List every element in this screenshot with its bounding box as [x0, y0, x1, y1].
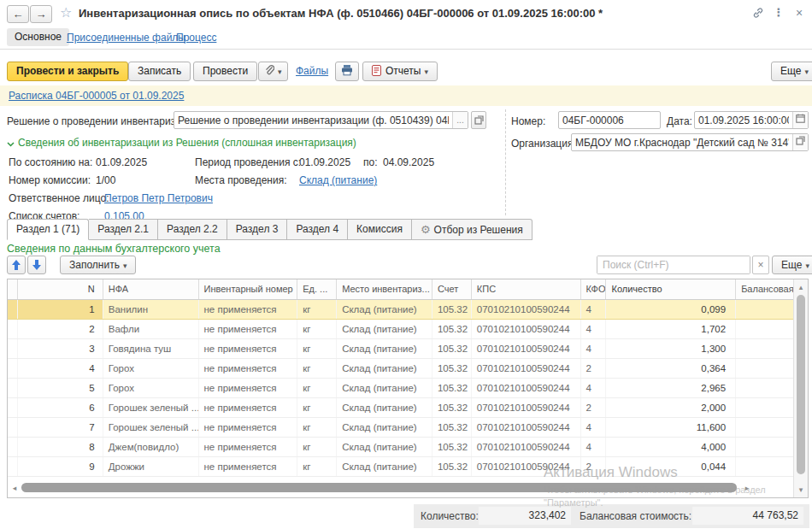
organization-open-button[interactable]	[792, 134, 808, 150]
cell-nfa[interactable]: Дрожжи	[103, 457, 199, 476]
column-header-account[interactable]: Счет	[432, 279, 472, 299]
cell-inv[interactable]: не применяется	[199, 359, 298, 378]
scroll-left-icon[interactable]: ◂	[9, 483, 20, 493]
cell-nfa[interactable]: Джем(повидло)	[103, 438, 199, 456]
choose-ellipsis-button[interactable]: ...	[452, 112, 468, 128]
cell-qty[interactable]: 0,099	[606, 300, 736, 319]
cell-kps[interactable]: 07010210100590244	[472, 418, 581, 437]
column-header-quantity[interactable]: Количество	[606, 279, 736, 299]
column-header-n[interactable]: N	[18, 279, 103, 299]
table-row[interactable]: 7Горошек зеленый ...не применяетсякгСкла…	[8, 418, 793, 438]
scroll-down-icon[interactable]: ▾	[794, 484, 808, 496]
cell-unit[interactable]: кг	[297, 457, 337, 476]
cell-n[interactable]: 5	[18, 379, 103, 397]
save-button[interactable]: Записать	[128, 62, 191, 81]
cell-nfa[interactable]: Вафли	[103, 320, 199, 338]
fill-button[interactable]: Заполнить▾	[60, 256, 136, 274]
column-header-unit[interactable]: Ед. ...	[297, 279, 337, 299]
receipt-link[interactable]: Расписка 04БГ-000005 от 01.09.2025	[9, 90, 184, 102]
cell-unit[interactable]: кг	[297, 438, 337, 456]
cell-balance[interactable]	[736, 418, 793, 437]
post-button[interactable]: Провести	[193, 62, 257, 81]
cell-kps[interactable]: 07010210100590244	[472, 379, 581, 397]
tab-4[interactable]: Раздел 3	[227, 219, 288, 240]
responsible-link[interactable]: Петров Петр Петрович	[104, 192, 213, 204]
cell-place[interactable]: Склад (питание)	[337, 379, 432, 397]
cell-qty[interactable]: 2,000	[606, 398, 736, 417]
tab-5[interactable]: Раздел 4	[287, 219, 348, 240]
post-and-close-button[interactable]: Провести и закрыть	[7, 62, 128, 81]
scroll-right-icon[interactable]: ▸	[742, 483, 752, 493]
cell-n[interactable]: 4	[18, 359, 103, 378]
nav-item-process[interactable]: Процесс	[176, 32, 216, 44]
tab-7[interactable]: ⚙Отбор из Решения	[412, 219, 533, 240]
vertical-scrollbar[interactable]: ▴ ▾	[793, 279, 808, 497]
places-link[interactable]: Склад (питание)	[299, 174, 377, 186]
cell-inv[interactable]: не применяется	[199, 320, 298, 338]
close-icon[interactable]: ×	[793, 7, 805, 19]
get-link-icon[interactable]	[752, 7, 764, 19]
cell-place[interactable]: Склад (питание)	[337, 418, 432, 437]
cell-inv[interactable]: не применяется	[199, 418, 298, 437]
cell-unit[interactable]: кг	[297, 339, 337, 358]
cell-inv[interactable]: не применяется	[199, 398, 298, 417]
reports-button[interactable]: Отчеты▾	[362, 62, 438, 81]
cell-account[interactable]: 105.32	[432, 339, 472, 358]
cell-kfo[interactable]: 4	[581, 438, 607, 456]
horizontal-scrollbar[interactable]: ◂ ▸	[9, 482, 776, 494]
cell-kps[interactable]: 07010210100590244	[472, 359, 581, 378]
date-input[interactable]	[695, 113, 792, 127]
attach-file-button[interactable]: ▾	[258, 62, 288, 81]
files-link[interactable]: Файлы	[296, 65, 328, 77]
calendar-icon[interactable]	[792, 112, 808, 128]
table-row[interactable]: 4Горохне применяетсякгСклад (питание)105…	[8, 359, 793, 379]
cell-account[interactable]: 105.32	[432, 418, 472, 437]
cell-nfa[interactable]: Ванилин	[103, 300, 199, 319]
cell-n[interactable]: 3	[18, 339, 103, 358]
cell-account[interactable]: 105.32	[432, 438, 472, 456]
grid-more-button[interactable]: Еще▾	[772, 256, 812, 274]
cell-inv[interactable]: не применяется	[199, 339, 298, 358]
cell-place[interactable]: Склад (питание)	[337, 339, 432, 358]
cell-n[interactable]: 6	[18, 398, 103, 417]
cell-account[interactable]: 105.32	[432, 398, 472, 417]
cell-balance[interactable]	[736, 398, 793, 417]
more-menu-icon[interactable]: ⋮	[773, 7, 785, 19]
cell-balance[interactable]	[736, 339, 793, 358]
cell-n[interactable]: 1	[18, 300, 103, 319]
cell-kfo[interactable]: 2	[581, 457, 607, 476]
cell-balance[interactable]	[736, 457, 793, 476]
cell-place[interactable]: Склад (питание)	[337, 438, 432, 456]
cell-place[interactable]: Склад (питание)	[337, 457, 432, 476]
cell-inv[interactable]: не применяется	[199, 379, 298, 397]
cell-kfo[interactable]: 4	[581, 379, 607, 397]
cell-nfa[interactable]: Горох	[103, 359, 199, 378]
forward-button[interactable]: →	[30, 5, 52, 23]
table-row[interactable]: 2Вафлине применяетсякгСклад (питание)105…	[8, 320, 793, 339]
cell-qty[interactable]: 4,000	[606, 438, 736, 456]
cell-kps[interactable]: 07010210100590244	[472, 438, 581, 456]
cell-unit[interactable]: кг	[297, 300, 337, 319]
nav-item-main[interactable]: Основное	[7, 28, 69, 46]
decision-open-button[interactable]	[471, 111, 486, 129]
cell-n[interactable]: 8	[18, 438, 103, 456]
column-header-place[interactable]: Место инвентариз...	[337, 279, 432, 299]
cell-kps[interactable]: 07010210100590244	[472, 457, 581, 476]
cell-kfo[interactable]: 2	[581, 359, 607, 378]
organization-input[interactable]	[572, 135, 792, 150]
cell-balance[interactable]	[736, 438, 793, 456]
column-header-inventory-number[interactable]: Инвентарный номер	[199, 279, 298, 299]
table-row[interactable]: 1Ванилинне применяетсякгСклад (питание)1…	[8, 300, 793, 320]
cell-unit[interactable]: кг	[297, 398, 337, 417]
cell-unit[interactable]: кг	[297, 418, 337, 437]
cell-place[interactable]: Склад (питание)	[337, 398, 432, 417]
cell-balance[interactable]	[736, 359, 793, 378]
column-header-kfo[interactable]: КФО	[581, 279, 607, 299]
tab-3[interactable]: Раздел 2.2	[158, 219, 227, 240]
cell-qty[interactable]: 0,364	[606, 359, 736, 378]
cell-unit[interactable]: кг	[297, 359, 337, 378]
date-field[interactable]	[694, 111, 809, 129]
cell-inv[interactable]: не применяется	[199, 438, 298, 456]
table-row[interactable]: 5Горохне применяетсякгСклад (питание)105…	[8, 379, 793, 398]
cell-kfo[interactable]: 4	[581, 300, 607, 319]
